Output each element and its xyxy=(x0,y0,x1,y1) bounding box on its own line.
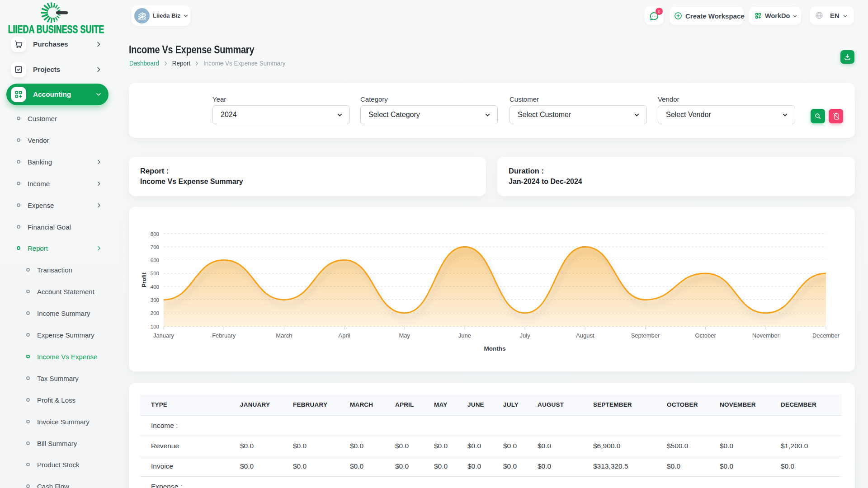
svg-text:300: 300 xyxy=(151,297,159,303)
svg-text:Profit: Profit xyxy=(141,272,147,287)
svg-text:May: May xyxy=(399,332,410,339)
svg-text:November: November xyxy=(752,332,780,339)
svg-text:October: October xyxy=(695,332,716,339)
svg-text:200: 200 xyxy=(151,310,159,316)
svg-text:700: 700 xyxy=(151,244,159,250)
svg-text:March: March xyxy=(276,332,292,339)
svg-text:December: December xyxy=(812,332,840,339)
svg-text:April: April xyxy=(338,332,350,339)
svg-text:800: 800 xyxy=(151,231,159,237)
svg-text:600: 600 xyxy=(151,258,159,263)
svg-text:February: February xyxy=(212,332,236,339)
svg-text:June: June xyxy=(458,332,471,339)
svg-text:July: July xyxy=(520,332,531,339)
svg-text:500: 500 xyxy=(151,271,159,276)
svg-text:January: January xyxy=(153,332,175,339)
svg-text:100: 100 xyxy=(151,324,159,329)
svg-text:September: September xyxy=(631,332,660,339)
svg-text:400: 400 xyxy=(151,284,159,290)
svg-text:August: August xyxy=(576,332,594,339)
svg-text:Months: Months xyxy=(484,345,506,352)
